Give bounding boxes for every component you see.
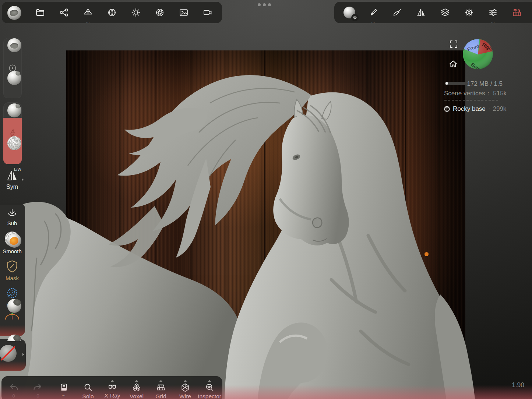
material-pyramid-button[interactable]: …	[80, 2, 96, 23]
post-process-button[interactable]	[152, 2, 168, 23]
stroke-button[interactable]: …	[365, 2, 381, 23]
toggle-wire[interactable]: Wire	[173, 378, 197, 399]
planar-sphere-icon	[7, 299, 21, 313]
object-name[interactable]: Rocky base	[453, 105, 486, 113]
redo-icon	[33, 383, 43, 392]
scene-vertices-value: 515k	[493, 90, 507, 97]
lighting-button[interactable]	[128, 2, 144, 23]
no-material-slot[interactable]	[0, 339, 26, 371]
hide-dots-icon	[6, 286, 19, 300]
image-icon	[179, 8, 189, 17]
notebook-icon	[59, 383, 68, 392]
paint-settings-button[interactable]	[389, 2, 405, 23]
zoom-level: 1.90	[512, 381, 524, 389]
menu-caret-icon	[135, 378, 138, 382]
toggle-grid[interactable]: Grid	[149, 378, 173, 399]
no-material-caret-icon	[22, 353, 24, 356]
symmetry-caret-icon	[22, 178, 24, 181]
paint-sphere-icon	[7, 234, 21, 248]
shortcut-gizmo-partial[interactable]	[4, 313, 20, 319]
smooth-sphere-icon	[7, 136, 21, 150]
mesh-sphere-icon	[444, 106, 450, 112]
undo-icon	[8, 383, 19, 392]
shortcut-label: Smooth	[3, 248, 22, 254]
shortcut-mask[interactable]: Mask	[6, 259, 19, 281]
matcap-sphere-icon	[343, 7, 355, 18]
bottom-toolbar: 0 0 … Solo	[1, 376, 222, 399]
navigation-sphere[interactable]: Front Right Bottom	[462, 39, 493, 70]
redo-button[interactable]: 0	[26, 378, 50, 399]
notebook-overflow-dots: …	[61, 393, 66, 395]
sub-arrow-icon	[6, 208, 18, 218]
material-settings-badge[interactable]	[351, 14, 359, 21]
redo-count: 0	[36, 393, 39, 399]
undo-button[interactable]: 0	[1, 378, 26, 399]
interface-sliders-button[interactable]: …	[485, 2, 501, 23]
undo-count: 0	[12, 393, 15, 399]
aperture-icon	[155, 8, 165, 17]
symmetry-label: Sym	[0, 184, 24, 190]
scene-vertices-label: Scene vertices：	[444, 90, 492, 97]
layers-stack-icon	[440, 8, 450, 17]
symmetry-mode-label: L/W	[14, 167, 21, 172]
material-button[interactable]	[341, 2, 357, 23]
left-shortcut-panel: Sub Smooth Mask Hide	[0, 203, 25, 336]
scene-graph-icon	[59, 8, 69, 17]
video-camera-icon	[203, 8, 212, 17]
drag-sphere-icon	[7, 103, 21, 117]
shortcut-sub[interactable]: Sub	[6, 208, 18, 226]
toolbox-button[interactable]	[509, 2, 525, 23]
scene-graph-button[interactable]	[56, 2, 72, 23]
material-disabled-sphere-icon	[0, 345, 17, 362]
stroke-cursor-dot	[424, 252, 429, 256]
toggle-label: Wire	[179, 393, 191, 399]
selected-object-row[interactable]: Rocky base · 299k	[444, 105, 506, 113]
stroke-overflow-dots: …	[371, 20, 376, 22]
toolbox-icon	[512, 7, 522, 18]
top-right-toolbar: …	[334, 2, 532, 23]
inspector-eye-icon	[205, 383, 214, 392]
stats-separator	[444, 100, 498, 100]
object-separator: ·	[488, 105, 490, 113]
material-pyramid-icon	[83, 8, 93, 17]
environment-button[interactable]	[104, 2, 120, 23]
menu-caret-icon	[159, 378, 162, 382]
toggle-label: X-Ray	[104, 392, 120, 399]
brush-sphere-icon	[7, 38, 21, 52]
layers-button[interactable]	[437, 2, 453, 23]
background-image-button[interactable]	[176, 2, 192, 23]
toggle-inspector[interactable]: Inspector	[197, 378, 222, 399]
sliders-overflow-dots: …	[491, 20, 495, 22]
fullscreen-corners-icon[interactable]	[449, 39, 458, 49]
toggle-label: Grid	[155, 393, 166, 399]
symmetry-button[interactable]	[413, 2, 429, 23]
notebook-button[interactable]: …	[52, 378, 76, 395]
environment-sphere-icon	[107, 8, 117, 17]
files-button[interactable]	[32, 2, 48, 23]
pencil-icon	[369, 8, 378, 17]
move-sphere-icon	[7, 71, 21, 85]
symmetry-toggle[interactable]: L/W Sym	[0, 166, 24, 190]
menu-caret-icon	[111, 378, 114, 382]
menu-caret-icon	[184, 378, 187, 382]
gear-icon	[464, 8, 474, 17]
folder-icon	[35, 8, 45, 17]
toggle-voxel[interactable]: Voxel	[124, 378, 149, 399]
toggle-label: Voxel	[130, 393, 144, 399]
toggle-solo[interactable]: Solo	[76, 378, 100, 399]
shortcut-label: Sub	[7, 220, 17, 226]
object-vertex-count: 299k	[493, 105, 507, 113]
settings-button[interactable]	[461, 2, 477, 23]
multitask-handle[interactable]	[258, 3, 271, 6]
paint-brush-icon	[392, 8, 402, 17]
clay-sphere-icon	[7, 6, 21, 20]
material-overflow-dots: …	[86, 20, 90, 22]
camera-button[interactable]	[200, 2, 216, 23]
toggle-label: Inspector	[198, 393, 221, 399]
toggle-xray[interactable]: X-Ray	[100, 378, 124, 399]
sun-icon	[131, 8, 141, 17]
sliders-icon	[488, 8, 498, 17]
grid-icon	[156, 383, 166, 392]
home-icon[interactable]	[448, 59, 458, 69]
memory-usage-text: 172 MB / 1.5	[444, 80, 503, 88]
